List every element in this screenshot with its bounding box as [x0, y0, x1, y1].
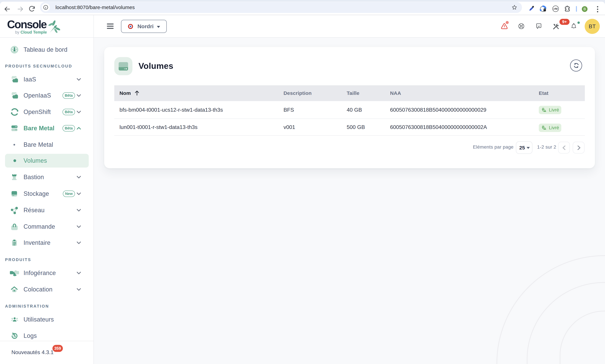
svg-text:rM: rM — [553, 7, 558, 10]
